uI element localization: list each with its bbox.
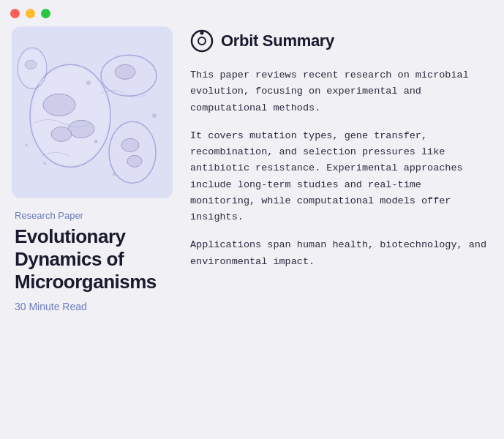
book-title: Evolutionary Dynamics of Microorganisms	[15, 225, 170, 294]
svg-point-8	[115, 64, 135, 79]
svg-point-11	[121, 138, 139, 151]
book-category: Research Paper	[15, 210, 170, 221]
svg-point-20	[25, 143, 28, 146]
title-bar	[0, 0, 504, 26]
svg-point-18	[43, 162, 46, 165]
left-panel: Research Paper Evolutionary Dynamics of …	[12, 26, 173, 427]
svg-point-15	[25, 60, 37, 69]
svg-point-19	[152, 113, 157, 118]
svg-point-16	[86, 80, 91, 85]
content-area: Research Paper Evolutionary Dynamics of …	[0, 26, 504, 439]
svg-point-3	[43, 94, 75, 116]
book-read-time: 30 Minute Read	[15, 301, 170, 312]
orbit-title: Orbit Summary	[221, 31, 334, 50]
summary-text: This paper reviews recent research on mi…	[190, 67, 492, 270]
svg-point-24	[200, 31, 204, 35]
summary-paragraph-1: This paper reviews recent research on mi…	[190, 67, 492, 116]
svg-point-21	[113, 173, 116, 176]
right-panel: Orbit Summary This paper reviews recent …	[190, 26, 492, 427]
svg-point-10	[111, 124, 154, 181]
svg-point-23	[198, 37, 206, 45]
summary-paragraph-2: It covers mutation types, gene transfer,…	[190, 128, 492, 226]
orbit-header: Orbit Summary	[190, 26, 492, 56]
minimize-button[interactable]	[26, 9, 35, 18]
book-cover	[12, 26, 173, 198]
summary-paragraph-3: Applications span human health, biotechn…	[190, 237, 492, 270]
svg-point-12	[127, 155, 142, 167]
svg-point-17	[94, 140, 98, 143]
svg-point-4	[68, 120, 94, 138]
svg-point-5	[51, 127, 72, 141]
close-button[interactable]	[10, 9, 20, 18]
maximize-button[interactable]	[41, 9, 50, 18]
book-metadata: Research Paper Evolutionary Dynamics of …	[12, 210, 173, 313]
orbit-logo-icon	[190, 29, 214, 53]
app-window: Research Paper Evolutionary Dynamics of …	[0, 0, 504, 439]
